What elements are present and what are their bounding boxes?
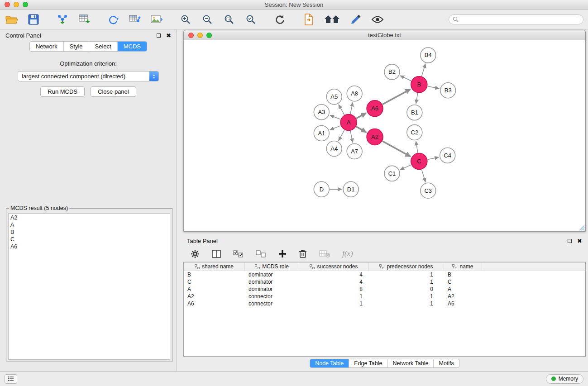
- node-A8[interactable]: A8: [347, 86, 362, 101]
- tab-network-table[interactable]: Network Table: [388, 359, 434, 367]
- delete-table-icon[interactable]: [319, 250, 330, 258]
- function-builder-icon[interactable]: f(x): [342, 249, 353, 258]
- node-B1[interactable]: B1: [407, 105, 422, 120]
- mcds-result-list[interactable]: A2ABCA6: [8, 213, 170, 360]
- open-file-icon[interactable]: [5, 12, 19, 27]
- zoom-out-icon[interactable]: [200, 12, 215, 27]
- deselect-all-icon[interactable]: [256, 250, 266, 258]
- close-window-button[interactable]: [5, 2, 10, 7]
- select-all-icon[interactable]: [233, 250, 244, 258]
- result-item[interactable]: C: [10, 236, 168, 243]
- network-close-button[interactable]: [188, 33, 194, 38]
- table-float-panel-icon[interactable]: [568, 239, 572, 243]
- node-A2[interactable]: A2: [367, 129, 383, 145]
- style-brush-icon[interactable]: [349, 12, 363, 27]
- edge-A2-C[interactable]: [382, 141, 411, 157]
- task-history-button[interactable]: [5, 374, 17, 384]
- tab-edge-table[interactable]: Edge Table: [349, 359, 387, 367]
- edge-C-C4[interactable]: [427, 157, 439, 159]
- export-document-icon[interactable]: [301, 12, 316, 27]
- network-zoom-button[interactable]: [206, 33, 212, 38]
- node-C1[interactable]: C1: [384, 166, 400, 181]
- node-B2[interactable]: B2: [384, 64, 400, 80]
- node-D1[interactable]: D1: [343, 181, 359, 197]
- node-C[interactable]: C: [411, 153, 427, 169]
- tab-motifs[interactable]: Motifs: [434, 359, 459, 367]
- clone-network-icon[interactable]: [106, 12, 120, 27]
- table-close-panel-icon[interactable]: ✖: [577, 238, 582, 244]
- table-row[interactable]: A6connector11A6: [184, 300, 585, 307]
- node-A1[interactable]: A1: [314, 126, 329, 141]
- network-canvas[interactable]: B4B2BB3B1A5A8A6A3AA1A2C2A4A7CC4C1C3DD1: [184, 40, 585, 231]
- node-A5[interactable]: A5: [326, 89, 342, 105]
- column-header[interactable]: shared name: [184, 262, 245, 271]
- node-C4[interactable]: C4: [440, 148, 455, 163]
- column-header[interactable]: name: [444, 262, 482, 271]
- search-input[interactable]: [461, 16, 579, 23]
- table-row[interactable]: Cdominator41C: [184, 278, 585, 286]
- export-image-icon[interactable]: [149, 12, 164, 27]
- table-row[interactable]: Adominator80A: [184, 286, 585, 293]
- close-panel-icon[interactable]: ✖: [166, 33, 171, 38]
- node-C2[interactable]: C2: [407, 125, 422, 140]
- search-field[interactable]: [449, 14, 583, 24]
- save-session-icon[interactable]: [26, 12, 41, 27]
- tab-select[interactable]: Select: [89, 42, 118, 51]
- edge-A-A6[interactable]: [356, 113, 366, 119]
- edge-C-C2[interactable]: [416, 141, 418, 152]
- table-settings-gear-icon[interactable]: [191, 249, 200, 258]
- node-B[interactable]: B: [411, 76, 427, 93]
- edge-A-A8[interactable]: [350, 102, 353, 114]
- eye-visibility-icon[interactable]: [370, 12, 385, 27]
- delete-trash-icon[interactable]: [299, 249, 307, 258]
- zoom-window-button[interactable]: [23, 2, 28, 7]
- node-A7[interactable]: A7: [347, 143, 362, 159]
- tab-mcds[interactable]: MCDS: [118, 42, 147, 51]
- show-columns-icon[interactable]: [212, 250, 221, 258]
- refresh-layout-icon[interactable]: [272, 12, 287, 27]
- node-A[interactable]: A: [340, 114, 357, 131]
- column-header[interactable]: predecessor nodes: [369, 262, 444, 271]
- close-panel-button[interactable]: Close panel: [91, 86, 136, 97]
- result-item[interactable]: B: [10, 229, 168, 236]
- table-row[interactable]: Bdominator41B: [184, 271, 585, 278]
- node-A3[interactable]: A3: [314, 105, 329, 120]
- edge-B-B4[interactable]: [421, 64, 425, 76]
- run-mcds-button[interactable]: Run MCDS: [40, 86, 85, 97]
- edge-A-A5[interactable]: [339, 105, 344, 115]
- node-D[interactable]: D: [314, 181, 329, 197]
- tab-node-table[interactable]: Node Table: [310, 359, 349, 367]
- resize-grip-icon[interactable]: [579, 225, 585, 231]
- table-row[interactable]: A2connector11A2: [184, 293, 585, 300]
- zoom-in-icon[interactable]: [178, 12, 193, 27]
- edge-A-A1[interactable]: [330, 126, 341, 130]
- home-panels-icon[interactable]: [323, 12, 341, 27]
- node-A6[interactable]: A6: [367, 100, 383, 117]
- optimization-criterion-dropdown[interactable]: largest connected component (directed) ▲…: [18, 71, 159, 81]
- column-header[interactable]: MCDS role: [245, 262, 299, 271]
- edge-A-A7[interactable]: [350, 131, 353, 143]
- node-C3[interactable]: C3: [421, 183, 436, 198]
- edge-A6-B[interactable]: [382, 89, 411, 104]
- result-item[interactable]: A: [10, 221, 168, 229]
- edge-C-C3[interactable]: [421, 170, 425, 182]
- edge-C-C1[interactable]: [400, 165, 411, 170]
- node-A4[interactable]: A4: [326, 141, 342, 156]
- memory-button[interactable]: Memory: [546, 374, 583, 384]
- tab-style[interactable]: Style: [64, 42, 89, 51]
- tab-network[interactable]: Network: [30, 42, 64, 51]
- new-network-table-icon[interactable]: [128, 12, 142, 27]
- add-column-plus-icon[interactable]: [278, 250, 287, 258]
- network-minimize-button[interactable]: [197, 33, 203, 38]
- result-item[interactable]: A6: [10, 243, 168, 250]
- float-panel-icon[interactable]: [157, 33, 161, 38]
- minimize-window-button[interactable]: [14, 2, 19, 7]
- edge-B-B1[interactable]: [416, 93, 418, 103]
- import-network-icon[interactable]: [55, 12, 70, 27]
- edge-B-B2[interactable]: [400, 76, 411, 81]
- node-B3[interactable]: B3: [440, 83, 456, 98]
- import-table-icon[interactable]: [77, 12, 91, 27]
- node-B4[interactable]: B4: [421, 48, 436, 63]
- edge-A-A2[interactable]: [356, 127, 366, 132]
- result-item[interactable]: A2: [10, 214, 168, 221]
